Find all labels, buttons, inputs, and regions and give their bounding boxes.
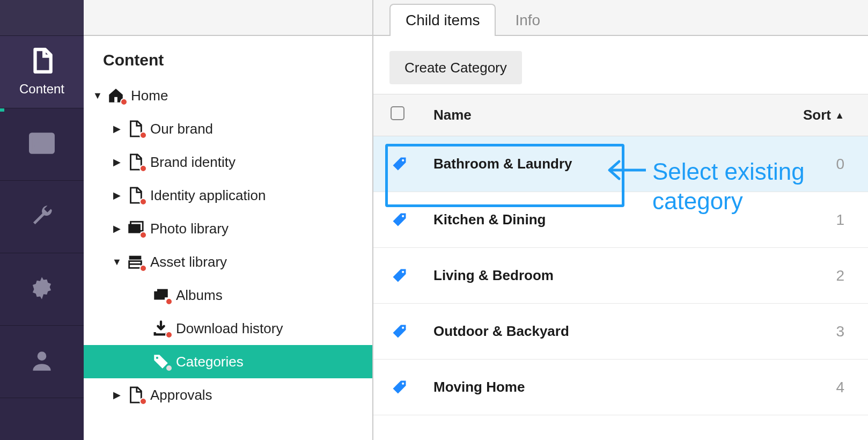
row-sort: 2	[777, 248, 868, 304]
caret-down-icon: ▼	[109, 256, 124, 268]
tree-row-approvals[interactable]: ▶Approvals	[84, 378, 372, 412]
tab-info[interactable]: Info	[499, 4, 556, 36]
tree-row-label: Asset library	[150, 254, 227, 270]
name-column-header[interactable]: Name	[422, 94, 777, 136]
table-row[interactable]: Kitchen & Dining1	[373, 192, 868, 248]
dl-icon	[150, 319, 172, 338]
tree-row-albums[interactable]: ▶Albums	[84, 278, 372, 312]
page-icon	[124, 186, 146, 204]
tree-row-label: Photo library	[150, 221, 229, 237]
table-header-row: Name Sort ▲	[373, 94, 868, 136]
rail-item-tools[interactable]	[0, 181, 84, 253]
row-icon-cell	[373, 360, 422, 415]
sort-column-header[interactable]: Sort ▲	[777, 94, 868, 136]
sort-asc-icon: ▲	[835, 110, 844, 121]
tag-icon	[387, 156, 408, 173]
wrench-icon	[28, 202, 55, 231]
tree-row-label: Brand identity	[150, 154, 236, 171]
row-name: Moving Home	[422, 360, 777, 415]
button-label: Create Category	[404, 60, 507, 76]
svg-point-17	[402, 383, 404, 385]
nav-rail: Content	[0, 0, 84, 440]
tag-icon	[387, 323, 408, 340]
tree-row-photo-library[interactable]: ▶Photo library	[84, 212, 372, 245]
minus-badge-icon	[139, 231, 147, 239]
row-icon-cell	[373, 192, 422, 248]
tree-row-identity-application[interactable]: ▶Identity application	[84, 179, 372, 212]
page-icon	[124, 120, 146, 138]
tree-row-download-history[interactable]: ▶Download history	[84, 312, 372, 345]
tag-icon	[387, 211, 408, 229]
row-name: Outdoor & Backyard	[422, 304, 777, 360]
column-label: Sort	[803, 107, 831, 123]
tree-row-label: Our brand	[150, 121, 213, 137]
svg-point-16	[402, 327, 404, 329]
svg-rect-11	[157, 289, 168, 298]
minus-badge-icon	[139, 131, 147, 139]
rail-item-content[interactable]: Content	[0, 36, 84, 108]
rail-item-label: Content	[19, 82, 64, 97]
rail-item-settings[interactable]	[0, 253, 84, 326]
svg-point-13	[402, 159, 404, 162]
user-icon	[28, 347, 55, 376]
rail-item-media[interactable]	[0, 108, 84, 181]
tag-icon	[387, 267, 408, 284]
content-tree: ▼Home▶Our brand▶Brand identity▶Identity …	[84, 79, 372, 412]
row-icon-cell	[373, 136, 422, 192]
svg-rect-4	[114, 97, 117, 102]
svg-point-14	[402, 215, 404, 217]
svg-rect-7	[129, 256, 142, 260]
table-row[interactable]: Outdoor & Backyard3	[373, 304, 868, 360]
tree-row-asset-library[interactable]: ▼Asset library	[84, 245, 372, 278]
home-icon	[105, 86, 127, 105]
category-table: Name Sort ▲ Bathroom & Laundry0Kitchen &…	[373, 94, 868, 415]
row-sort: 3	[777, 304, 868, 360]
table-row[interactable]: Moving Home4	[373, 360, 868, 415]
minus-badge-icon	[120, 98, 128, 106]
tab-label: Child items	[406, 12, 480, 29]
row-name: Kitchen & Dining	[422, 192, 777, 248]
caret-right-icon: ▶	[109, 156, 124, 168]
tab-bar: Child items Info	[373, 0, 868, 36]
select-all-header[interactable]	[373, 94, 422, 136]
checkbox-icon	[391, 106, 404, 120]
table-row[interactable]: Living & Bedroom2	[373, 248, 868, 304]
svg-point-15	[402, 271, 404, 273]
gear-icon	[28, 275, 55, 304]
minus-badge-icon	[139, 265, 147, 272]
tag-icon	[387, 379, 408, 396]
tree-row-our-brand[interactable]: ▶Our brand	[84, 112, 372, 145]
tree-topstrip	[84, 0, 372, 36]
caret-right-icon: ▶	[109, 223, 124, 234]
row-sort: 1	[777, 192, 868, 248]
image-icon	[28, 130, 55, 159]
tree-row-brand-identity[interactable]: ▶Brand identity	[84, 145, 372, 179]
table-row[interactable]: Bathroom & Laundry0	[373, 136, 868, 192]
tree-title: Content	[84, 36, 372, 79]
tags-icon	[150, 353, 172, 371]
photos-icon	[124, 219, 146, 238]
tree-row-categories[interactable]: ▶Categories	[84, 345, 372, 378]
rail-item-users[interactable]	[0, 326, 84, 398]
tree-row-home[interactable]: ▼Home	[84, 79, 372, 112]
row-icon-cell	[373, 304, 422, 360]
minus-badge-icon	[165, 331, 173, 339]
svg-point-3	[38, 351, 47, 361]
tree-row-label: Download history	[176, 320, 283, 337]
caret-right-icon: ▶	[109, 189, 124, 201]
create-category-button[interactable]: Create Category	[389, 51, 522, 84]
caret-down-icon: ▼	[90, 90, 105, 101]
tree-row-label: Albums	[176, 287, 223, 304]
page-icon	[28, 47, 55, 76]
page-icon	[124, 153, 146, 171]
albums-icon	[150, 286, 172, 304]
tree-row-label: Approvals	[150, 387, 212, 404]
minus-badge-icon	[139, 398, 147, 405]
minus-badge-icon	[165, 298, 173, 305]
minus-badge-icon	[165, 364, 173, 372]
tree-row-label: Identity application	[150, 187, 266, 204]
asset-icon	[124, 253, 146, 271]
tree-row-label: Home	[131, 87, 168, 104]
row-sort: 0	[777, 136, 868, 192]
tab-child-items[interactable]: Child items	[389, 4, 496, 36]
